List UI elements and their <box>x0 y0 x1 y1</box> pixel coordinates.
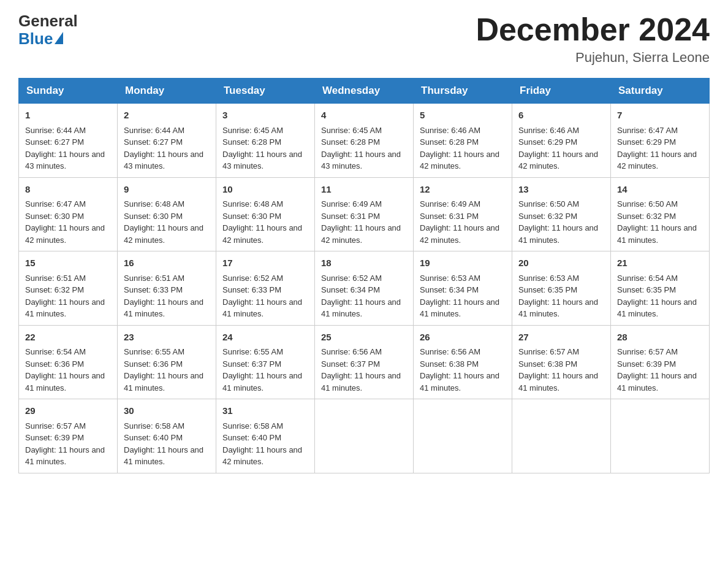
day-info: Sunrise: 6:57 AMSunset: 6:38 PMDaylight:… <box>518 347 598 393</box>
calendar-cell: 27 Sunrise: 6:57 AMSunset: 6:38 PMDaylig… <box>512 325 611 399</box>
day-info: Sunrise: 6:54 AMSunset: 6:36 PMDaylight:… <box>25 347 105 393</box>
day-number: 25 <box>321 331 407 345</box>
day-number: 10 <box>222 183 308 197</box>
day-info: Sunrise: 6:44 AMSunset: 6:27 PMDaylight:… <box>124 126 203 171</box>
day-info: Sunrise: 6:45 AMSunset: 6:28 PMDaylight:… <box>321 126 401 171</box>
day-info: Sunrise: 6:51 AMSunset: 6:32 PMDaylight:… <box>25 274 105 319</box>
day-number: 2 <box>124 109 210 123</box>
day-number: 27 <box>518 331 604 345</box>
day-number: 19 <box>420 256 506 270</box>
day-info: Sunrise: 6:52 AMSunset: 6:34 PMDaylight:… <box>321 274 401 319</box>
day-number: 5 <box>420 109 506 123</box>
day-info: Sunrise: 6:52 AMSunset: 6:33 PMDaylight:… <box>222 274 302 319</box>
day-number: 15 <box>25 256 111 270</box>
day-number: 13 <box>518 183 604 197</box>
calendar-cell: 12 Sunrise: 6:49 AMSunset: 6:31 PMDaylig… <box>414 177 512 251</box>
calendar-title: December 2024 <box>476 12 710 47</box>
calendar-cell: 29 Sunrise: 6:57 AMSunset: 6:39 PMDaylig… <box>19 399 118 473</box>
logo-general-text: General <box>18 12 78 30</box>
day-info: Sunrise: 6:50 AMSunset: 6:32 PMDaylight:… <box>518 199 598 245</box>
calendar-cell: 13 Sunrise: 6:50 AMSunset: 6:32 PMDaylig… <box>512 177 611 251</box>
day-number: 26 <box>420 331 506 345</box>
day-number: 24 <box>222 331 308 345</box>
day-number: 7 <box>617 109 703 123</box>
day-info: Sunrise: 6:56 AMSunset: 6:37 PMDaylight:… <box>321 347 401 393</box>
day-number: 18 <box>321 256 407 270</box>
day-info: Sunrise: 6:49 AMSunset: 6:31 PMDaylight:… <box>321 199 401 245</box>
day-info: Sunrise: 6:54 AMSunset: 6:35 PMDaylight:… <box>617 274 697 319</box>
day-number: 4 <box>321 109 407 123</box>
calendar-cell: 8 Sunrise: 6:47 AMSunset: 6:30 PMDayligh… <box>19 177 118 251</box>
calendar-cell: 2 Sunrise: 6:44 AMSunset: 6:27 PMDayligh… <box>118 104 216 178</box>
day-info: Sunrise: 6:55 AMSunset: 6:36 PMDaylight:… <box>124 347 203 393</box>
calendar-cell: 16 Sunrise: 6:51 AMSunset: 6:33 PMDaylig… <box>118 251 216 326</box>
header-wednesday: Wednesday <box>315 79 414 104</box>
calendar-subtitle: Pujehun, Sierra Leone <box>476 50 710 66</box>
week-row-2: 8 Sunrise: 6:47 AMSunset: 6:30 PMDayligh… <box>19 177 710 251</box>
page-header: General Blue December 2024 Pujehun, Sier… <box>18 12 710 66</box>
day-info: Sunrise: 6:53 AMSunset: 6:34 PMDaylight:… <box>420 274 499 319</box>
day-info: Sunrise: 6:57 AMSunset: 6:39 PMDaylight:… <box>617 347 697 393</box>
calendar-cell <box>611 399 710 473</box>
logo-triangle-icon <box>55 32 63 44</box>
week-row-5: 29 Sunrise: 6:57 AMSunset: 6:39 PMDaylig… <box>19 399 710 473</box>
calendar-cell: 19 Sunrise: 6:53 AMSunset: 6:34 PMDaylig… <box>414 251 512 326</box>
calendar-cell <box>512 399 611 473</box>
calendar-cell: 10 Sunrise: 6:48 AMSunset: 6:30 PMDaylig… <box>216 177 315 251</box>
header-friday: Friday <box>512 79 611 104</box>
day-info: Sunrise: 6:58 AMSunset: 6:40 PMDaylight:… <box>124 421 203 467</box>
calendar-cell: 23 Sunrise: 6:55 AMSunset: 6:36 PMDaylig… <box>118 325 216 399</box>
logo-blue-text: Blue <box>18 30 53 48</box>
header-row: Sunday Monday Tuesday Wednesday Thursday… <box>19 79 710 104</box>
day-info: Sunrise: 6:47 AMSunset: 6:30 PMDaylight:… <box>25 199 105 245</box>
day-number: 12 <box>420 183 506 197</box>
calendar-cell: 15 Sunrise: 6:51 AMSunset: 6:32 PMDaylig… <box>19 251 118 326</box>
calendar-cell: 18 Sunrise: 6:52 AMSunset: 6:34 PMDaylig… <box>315 251 414 326</box>
calendar-cell: 4 Sunrise: 6:45 AMSunset: 6:28 PMDayligh… <box>315 104 414 178</box>
day-number: 1 <box>25 109 111 123</box>
calendar-cell: 26 Sunrise: 6:56 AMSunset: 6:38 PMDaylig… <box>414 325 512 399</box>
day-info: Sunrise: 6:46 AMSunset: 6:28 PMDaylight:… <box>420 126 499 171</box>
day-number: 6 <box>518 109 604 123</box>
day-info: Sunrise: 6:55 AMSunset: 6:37 PMDaylight:… <box>222 347 302 393</box>
week-row-3: 15 Sunrise: 6:51 AMSunset: 6:32 PMDaylig… <box>19 251 710 326</box>
day-number: 17 <box>222 256 308 270</box>
day-info: Sunrise: 6:53 AMSunset: 6:35 PMDaylight:… <box>518 274 598 319</box>
day-info: Sunrise: 6:46 AMSunset: 6:29 PMDaylight:… <box>518 126 598 171</box>
day-info: Sunrise: 6:45 AMSunset: 6:28 PMDaylight:… <box>222 126 302 171</box>
day-number: 9 <box>124 183 210 197</box>
calendar-cell: 22 Sunrise: 6:54 AMSunset: 6:36 PMDaylig… <box>19 325 118 399</box>
calendar-cell: 20 Sunrise: 6:53 AMSunset: 6:35 PMDaylig… <box>512 251 611 326</box>
day-info: Sunrise: 6:49 AMSunset: 6:31 PMDaylight:… <box>420 199 499 245</box>
header-monday: Monday <box>118 79 216 104</box>
calendar-table: Sunday Monday Tuesday Wednesday Thursday… <box>18 78 710 473</box>
calendar-cell: 7 Sunrise: 6:47 AMSunset: 6:29 PMDayligh… <box>611 104 710 178</box>
calendar-cell: 9 Sunrise: 6:48 AMSunset: 6:30 PMDayligh… <box>118 177 216 251</box>
day-number: 11 <box>321 183 407 197</box>
logo: General Blue <box>18 12 78 47</box>
header-thursday: Thursday <box>414 79 512 104</box>
header-tuesday: Tuesday <box>216 79 315 104</box>
day-info: Sunrise: 6:58 AMSunset: 6:40 PMDaylight:… <box>222 421 302 467</box>
calendar-cell: 1 Sunrise: 6:44 AMSunset: 6:27 PMDayligh… <box>19 104 118 178</box>
calendar-cell: 25 Sunrise: 6:56 AMSunset: 6:37 PMDaylig… <box>315 325 414 399</box>
title-section: December 2024 Pujehun, Sierra Leone <box>476 12 710 66</box>
calendar-cell: 14 Sunrise: 6:50 AMSunset: 6:32 PMDaylig… <box>611 177 710 251</box>
calendar-cell: 21 Sunrise: 6:54 AMSunset: 6:35 PMDaylig… <box>611 251 710 326</box>
calendar-cell: 30 Sunrise: 6:58 AMSunset: 6:40 PMDaylig… <box>118 399 216 473</box>
day-number: 21 <box>617 256 703 270</box>
day-number: 20 <box>518 256 604 270</box>
day-number: 31 <box>222 404 308 418</box>
day-info: Sunrise: 6:51 AMSunset: 6:33 PMDaylight:… <box>124 274 203 319</box>
header-saturday: Saturday <box>611 79 710 104</box>
day-number: 8 <box>25 183 111 197</box>
calendar-cell: 5 Sunrise: 6:46 AMSunset: 6:28 PMDayligh… <box>414 104 512 178</box>
calendar-cell: 31 Sunrise: 6:58 AMSunset: 6:40 PMDaylig… <box>216 399 315 473</box>
day-info: Sunrise: 6:57 AMSunset: 6:39 PMDaylight:… <box>25 421 105 467</box>
calendar-cell: 17 Sunrise: 6:52 AMSunset: 6:33 PMDaylig… <box>216 251 315 326</box>
day-number: 22 <box>25 331 111 345</box>
day-number: 3 <box>222 109 308 123</box>
calendar-cell: 6 Sunrise: 6:46 AMSunset: 6:29 PMDayligh… <box>512 104 611 178</box>
day-number: 16 <box>124 256 210 270</box>
day-info: Sunrise: 6:44 AMSunset: 6:27 PMDaylight:… <box>25 126 105 171</box>
